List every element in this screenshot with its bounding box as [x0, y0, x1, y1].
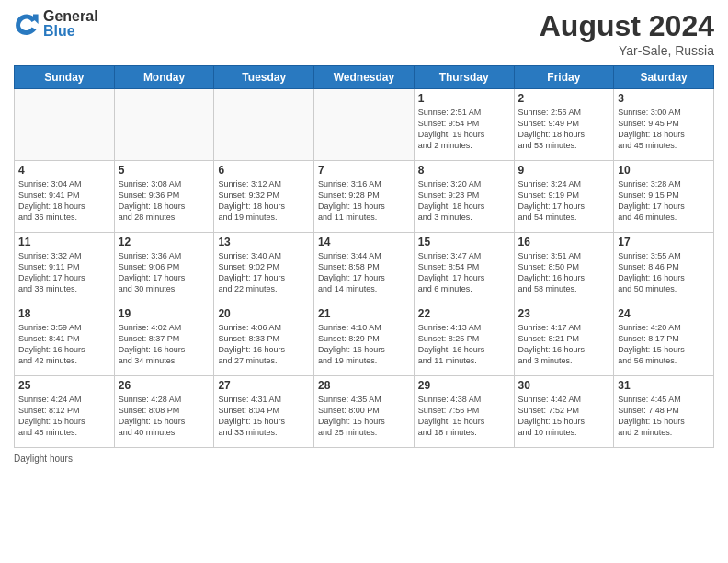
header-sunday: Sunday: [15, 66, 115, 89]
calendar-cell: 21Sunrise: 4:10 AM Sunset: 8:29 PM Dayli…: [314, 304, 415, 376]
calendar-cell: 14Sunrise: 3:44 AM Sunset: 8:58 PM Dayli…: [314, 233, 415, 304]
day-info: Sunrise: 3:28 AM Sunset: 9:15 PM Dayligh…: [618, 178, 710, 224]
day-info: Sunrise: 3:16 AM Sunset: 9:28 PM Dayligh…: [318, 178, 410, 224]
calendar-cell: 11Sunrise: 3:32 AM Sunset: 9:11 PM Dayli…: [15, 233, 115, 304]
calendar-cell: 28Sunrise: 4:35 AM Sunset: 8:00 PM Dayli…: [314, 376, 415, 448]
title-block: August 2024 Yar-Sale, Russia: [540, 9, 714, 58]
day-info: Sunrise: 3:47 AM Sunset: 8:54 PM Dayligh…: [418, 250, 510, 295]
calendar-cell: 16Sunrise: 3:51 AM Sunset: 8:50 PM Dayli…: [514, 233, 614, 304]
day-info: Sunrise: 4:10 AM Sunset: 8:29 PM Dayligh…: [318, 322, 410, 367]
day-number: 26: [119, 379, 210, 392]
calendar-header-row: Sunday Monday Tuesday Wednesday Thursday…: [15, 66, 714, 89]
day-info: Sunrise: 3:51 AM Sunset: 8:50 PM Dayligh…: [518, 250, 610, 295]
day-number: 27: [218, 379, 310, 392]
calendar-cell: 31Sunrise: 4:45 AM Sunset: 7:48 PM Dayli…: [614, 376, 714, 448]
day-number: 3: [618, 92, 710, 105]
day-info: Sunrise: 3:44 AM Sunset: 8:58 PM Dayligh…: [318, 250, 410, 295]
day-number: 21: [318, 307, 410, 320]
day-info: Sunrise: 4:38 AM Sunset: 7:56 PM Dayligh…: [418, 394, 510, 439]
day-number: 12: [119, 236, 210, 248]
calendar-cell: 5Sunrise: 3:08 AM Sunset: 9:36 PM Daylig…: [114, 161, 214, 233]
header-tuesday: Tuesday: [214, 66, 314, 89]
day-info: Sunrise: 4:42 AM Sunset: 7:52 PM Dayligh…: [518, 394, 610, 439]
day-number: 10: [618, 164, 710, 177]
calendar-cell: 10Sunrise: 3:28 AM Sunset: 9:15 PM Dayli…: [614, 161, 714, 233]
day-number: 4: [18, 164, 110, 177]
day-info: Sunrise: 4:06 AM Sunset: 8:33 PM Dayligh…: [218, 322, 310, 367]
calendar-week-row: 25Sunrise: 4:24 AM Sunset: 8:12 PM Dayli…: [15, 376, 714, 448]
day-info: Sunrise: 3:36 AM Sunset: 9:06 PM Dayligh…: [119, 250, 210, 295]
day-info: Sunrise: 4:17 AM Sunset: 8:21 PM Dayligh…: [518, 322, 610, 367]
day-info: Sunrise: 3:20 AM Sunset: 9:23 PM Dayligh…: [418, 178, 510, 224]
calendar-cell: 22Sunrise: 4:13 AM Sunset: 8:25 PM Dayli…: [414, 304, 514, 376]
day-number: 25: [18, 379, 110, 392]
day-info: Sunrise: 3:32 AM Sunset: 9:11 PM Dayligh…: [18, 250, 110, 295]
logo-blue-text: Blue: [43, 24, 98, 39]
logo-general-text: General: [43, 9, 98, 24]
calendar-cell: 3Sunrise: 3:00 AM Sunset: 9:45 PM Daylig…: [614, 89, 714, 161]
calendar-cell: 24Sunrise: 4:20 AM Sunset: 8:17 PM Dayli…: [614, 304, 714, 376]
calendar-cell: [314, 89, 415, 161]
day-info: Sunrise: 2:51 AM Sunset: 9:54 PM Dayligh…: [418, 107, 510, 152]
header-wednesday: Wednesday: [314, 66, 415, 89]
calendar-week-row: 11Sunrise: 3:32 AM Sunset: 9:11 PM Dayli…: [15, 233, 714, 304]
calendar-cell: 13Sunrise: 3:40 AM Sunset: 9:02 PM Dayli…: [214, 233, 314, 304]
day-number: 2: [518, 92, 610, 105]
month-year: August 2024: [540, 9, 714, 43]
day-info: Sunrise: 4:31 AM Sunset: 8:04 PM Dayligh…: [218, 394, 310, 439]
calendar-cell: 26Sunrise: 4:28 AM Sunset: 8:08 PM Dayli…: [114, 376, 214, 448]
header: General Blue August 2024 Yar-Sale, Russi…: [14, 9, 714, 58]
calendar-cell: [15, 89, 115, 161]
day-number: 19: [119, 307, 210, 320]
footer-note: Daylight hours: [14, 454, 714, 464]
calendar-cell: 15Sunrise: 3:47 AM Sunset: 8:54 PM Dayli…: [414, 233, 514, 304]
day-number: 23: [518, 307, 610, 320]
calendar-week-row: 4Sunrise: 3:04 AM Sunset: 9:41 PM Daylig…: [15, 161, 714, 233]
day-info: Sunrise: 4:02 AM Sunset: 8:37 PM Dayligh…: [119, 322, 210, 367]
calendar-cell: [114, 89, 214, 161]
day-info: Sunrise: 3:12 AM Sunset: 9:32 PM Dayligh…: [218, 178, 310, 224]
day-number: 20: [218, 307, 310, 320]
calendar-cell: 9Sunrise: 3:24 AM Sunset: 9:19 PM Daylig…: [514, 161, 614, 233]
calendar-cell: 4Sunrise: 3:04 AM Sunset: 9:41 PM Daylig…: [15, 161, 115, 233]
day-info: Sunrise: 3:04 AM Sunset: 9:41 PM Dayligh…: [18, 178, 110, 224]
header-monday: Monday: [114, 66, 214, 89]
day-info: Sunrise: 4:13 AM Sunset: 8:25 PM Dayligh…: [418, 322, 510, 367]
day-number: 6: [218, 164, 310, 177]
calendar-cell: 2Sunrise: 2:56 AM Sunset: 9:49 PM Daylig…: [514, 89, 614, 161]
day-info: Sunrise: 3:40 AM Sunset: 9:02 PM Dayligh…: [218, 250, 310, 295]
header-friday: Friday: [514, 66, 614, 89]
calendar-cell: 30Sunrise: 4:42 AM Sunset: 7:52 PM Dayli…: [514, 376, 614, 448]
calendar-cell: 8Sunrise: 3:20 AM Sunset: 9:23 PM Daylig…: [414, 161, 514, 233]
calendar-cell: 20Sunrise: 4:06 AM Sunset: 8:33 PM Dayli…: [214, 304, 314, 376]
calendar-cell: 19Sunrise: 4:02 AM Sunset: 8:37 PM Dayli…: [114, 304, 214, 376]
day-info: Sunrise: 3:24 AM Sunset: 9:19 PM Dayligh…: [518, 178, 610, 224]
day-info: Sunrise: 4:45 AM Sunset: 7:48 PM Dayligh…: [618, 394, 710, 439]
calendar-cell: 7Sunrise: 3:16 AM Sunset: 9:28 PM Daylig…: [314, 161, 415, 233]
calendar-cell: 17Sunrise: 3:55 AM Sunset: 8:46 PM Dayli…: [614, 233, 714, 304]
day-number: 17: [618, 236, 710, 248]
day-number: 15: [418, 236, 510, 248]
day-info: Sunrise: 2:56 AM Sunset: 9:49 PM Dayligh…: [518, 107, 610, 152]
day-number: 18: [18, 307, 110, 320]
calendar-week-row: 18Sunrise: 3:59 AM Sunset: 8:41 PM Dayli…: [15, 304, 714, 376]
calendar: Sunday Monday Tuesday Wednesday Thursday…: [14, 65, 714, 448]
calendar-cell: 18Sunrise: 3:59 AM Sunset: 8:41 PM Dayli…: [15, 304, 115, 376]
day-number: 28: [318, 379, 410, 392]
day-info: Sunrise: 4:20 AM Sunset: 8:17 PM Dayligh…: [618, 322, 710, 367]
header-thursday: Thursday: [414, 66, 514, 89]
day-number: 1: [418, 92, 510, 105]
day-info: Sunrise: 3:00 AM Sunset: 9:45 PM Dayligh…: [618, 107, 710, 152]
day-info: Sunrise: 4:24 AM Sunset: 8:12 PM Dayligh…: [18, 394, 110, 439]
day-number: 11: [18, 236, 110, 248]
calendar-week-row: 1Sunrise: 2:51 AM Sunset: 9:54 PM Daylig…: [15, 89, 714, 161]
day-info: Sunrise: 4:28 AM Sunset: 8:08 PM Dayligh…: [119, 394, 210, 439]
day-info: Sunrise: 4:35 AM Sunset: 8:00 PM Dayligh…: [318, 394, 410, 439]
logo-icon: [14, 11, 40, 37]
calendar-cell: 12Sunrise: 3:36 AM Sunset: 9:06 PM Dayli…: [114, 233, 214, 304]
day-number: 22: [418, 307, 510, 320]
day-info: Sunrise: 3:08 AM Sunset: 9:36 PM Dayligh…: [119, 178, 210, 224]
day-number: 29: [418, 379, 510, 392]
header-saturday: Saturday: [614, 66, 714, 89]
calendar-cell: 6Sunrise: 3:12 AM Sunset: 9:32 PM Daylig…: [214, 161, 314, 233]
